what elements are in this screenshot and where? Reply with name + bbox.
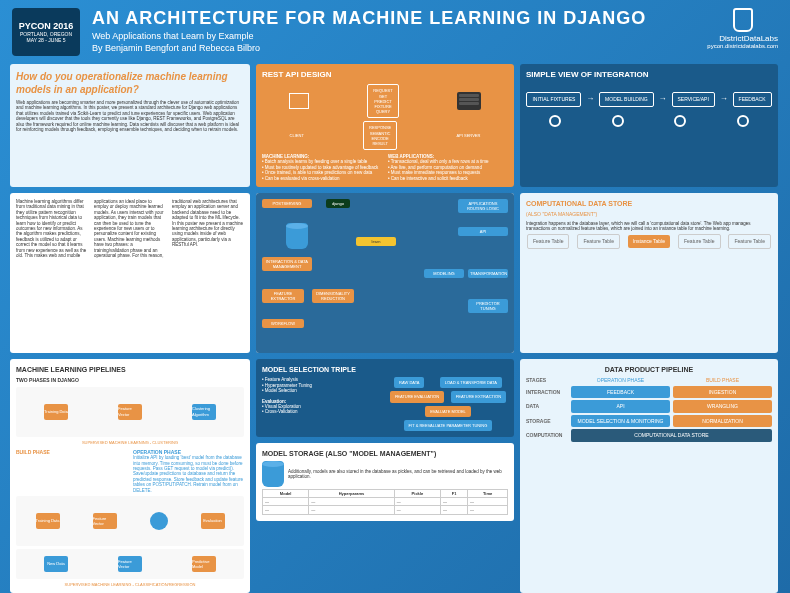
data-pipeline-panel: DATA PRODUCT PIPELINE STAGES OPERATION P… (520, 359, 778, 593)
ms-raw: RAW DATA (394, 377, 424, 388)
stage-data: DATA (526, 403, 568, 410)
model-selection-panel: MODEL SELECTION TRIPLE • Feature Analysi… (256, 359, 514, 437)
feature-table: Feature Table (577, 234, 619, 249)
build-col-header: BUILD PHASE (673, 377, 772, 384)
intro-question: How do you operationalize machine learni… (16, 70, 244, 96)
response-box: RESPONSE SEMANTIC ENCODE RESULT (363, 121, 397, 150)
pipelines-sub: TWO PHASES IN DJANGO (16, 377, 244, 384)
arch-feat: FEATURE EXTRACTOR (262, 289, 304, 303)
intro-body: Web applications are becoming smarter an… (16, 100, 244, 132)
datastore-panel: COMPUTATIONAL DATA STORE (ALSO "DATA MAN… (520, 193, 778, 353)
datastore-sub: (ALSO "DATA MANAGEMENT") (526, 211, 772, 218)
pipelines-title: MACHINE LEARNING PIPELINES (16, 365, 244, 374)
client-icon (289, 93, 309, 109)
arrow-icon: → (720, 94, 728, 104)
node-class (150, 512, 168, 530)
badge-title: PYCON 2016 (19, 21, 74, 31)
pipelines-panel: MACHINE LEARNING PIPELINES TWO PHASES IN… (10, 359, 250, 593)
ms-feval: FEATURE EVALUATION (390, 391, 444, 402)
datastore-body: Integration happens at the database laye… (526, 221, 772, 232)
model-storage-panel: MODEL STORAGE (ALSO "MODEL MANAGEMENT") … (256, 443, 514, 521)
badge-dates: MAY 28 - JUNE 5 (27, 37, 66, 43)
node-eval: Evaluation (201, 513, 225, 529)
ddl-logo: DistrictDataLabs pycon.districtdatalabs.… (707, 8, 778, 49)
integration-panel: SIMPLE VIEW OF INTEGRATION INITIAL FIXTU… (520, 64, 778, 187)
arch-wf: WORKFLOW (262, 319, 304, 328)
box-cds: COMPUTATIONAL DATA STORE (571, 429, 772, 442)
node-newdata: New Data (44, 556, 68, 572)
rest-api-panel: REST API DESIGN REQUEST GET PREDICT FIXT… (256, 64, 514, 187)
arrow-icon: → (659, 94, 667, 104)
eval-items: • Visual Exploration • Cross-Validation (262, 404, 301, 414)
box-norm: NORMALIZATION (673, 415, 772, 428)
classification-label: SUPERVISED MACHINE LEARNING - CLASSIFICA… (16, 582, 244, 587)
model-storage-body: Additionally, models are also stored in … (288, 469, 508, 480)
build-phase-title: BUILD PHASE (16, 449, 127, 456)
ml-differs-panel: Machine learning algorithms differ from … (10, 193, 250, 353)
model-sel-title: MODEL SELECTION TRIPLE (262, 365, 508, 374)
node-clust: Clustering Algorithm (192, 404, 216, 420)
node-pred: Predictive Model (192, 556, 216, 572)
ml-differs-body: Machine learning algorithms differ from … (16, 199, 244, 258)
box-api: API (571, 400, 670, 413)
node-feat: Feature Vector (118, 556, 142, 572)
box-modelsel: MODEL SELECTION & MONITORING (571, 415, 670, 428)
node-feat: Feature Vector (93, 513, 117, 529)
ms-eval: EVALUATE MODEL (425, 406, 471, 417)
arch-postserving: POSTSERVING (262, 199, 312, 208)
architecture-diagram: POSTSERVING django APPLICATIONS ROUTING … (256, 193, 514, 353)
op-phase-body: Initialize API by loading 'best' model f… (133, 455, 244, 493)
gear-icon (612, 115, 624, 127)
stage-computation: COMPUTATION (526, 432, 568, 439)
feature-table: Feature Table (728, 234, 770, 249)
rest-api-title: REST API DESIGN (262, 70, 508, 80)
ml-list: • Batch analysis learns by feeding over … (262, 159, 382, 181)
model-sel-items: • Feature Analysis • Hyperparameter Tuni… (262, 377, 312, 393)
datastore-title: COMPUTATIONAL DATA STORE (526, 199, 772, 208)
arch-mgmt: INTERACTION & DATA MANAGEMENT (262, 257, 312, 271)
subtitle: Web Applications that Learn by Example (92, 31, 695, 41)
stage-interaction: INTERACTION (526, 389, 568, 396)
ms-fext: FEATURE EXTRACTION (451, 391, 506, 402)
arch-model: MODELING (424, 269, 464, 278)
flask-icon (733, 8, 753, 32)
arch-api: API (458, 227, 508, 236)
logo-text: DistrictDataLabs (707, 34, 778, 43)
logo-url: pycon.districtdatalabs.com (707, 43, 778, 49)
model-storage-title: MODEL STORAGE (ALSO "MODEL MANAGEMENT") (262, 449, 508, 458)
django-logo: django (326, 199, 350, 208)
arch-trans: TRANSFORMATION (468, 269, 508, 278)
stage-storage: STORAGE (526, 418, 568, 425)
node-train: Training Data (36, 513, 60, 529)
box-wrangling: WRANGLING (673, 400, 772, 413)
node-feat: Feature Vector (118, 404, 142, 420)
box-ingestion: INGESTION (673, 386, 772, 399)
step-building: MODEL BUILDING (599, 92, 654, 107)
ms-load: LOAD & TRANSFORM DATA (440, 377, 502, 388)
arrow-icon: → (586, 94, 594, 104)
instance-table: Instance Table (628, 235, 670, 248)
gear-icon (674, 115, 686, 127)
node-train: Training Data (44, 404, 68, 420)
server-icon (457, 92, 481, 110)
arch-pred: PREDICTOR TUNING (468, 299, 508, 313)
gear-icon (737, 115, 749, 127)
pipeline-title: DATA PRODUCT PIPELINE (526, 365, 772, 374)
feature-table: Feature Table (678, 234, 720, 249)
ms-fit: FIT & REEVALUATE PARAMETER TUNING (404, 420, 493, 431)
web-list: • Transactional, deal with only a few ro… (388, 159, 508, 181)
learn-logo: learn (356, 237, 396, 246)
feature-table: Feature Table (527, 234, 569, 249)
authors: By Benjamin Bengfort and Rebecca Bilbro (92, 43, 695, 53)
main-title: AN ARCHITECTURE FOR MACHINE LEARNING IN … (92, 8, 695, 29)
request-box: REQUEST GET PREDICT FIXTURE QUERY (367, 84, 398, 118)
arch-routing: APPLICATIONS ROUTING LOGIC (458, 199, 508, 213)
stage-header: STAGES (526, 377, 568, 384)
web-list-title: WEB APPLICATIONS: (388, 154, 434, 159)
arch-dim: DIMENSIONALITY REDUCTION (312, 289, 354, 303)
integration-title: SIMPLE VIEW OF INTEGRATION (526, 70, 772, 80)
gear-icon (549, 115, 561, 127)
intro-panel: How do you operationalize machine learni… (10, 64, 250, 187)
model-table: ModelHyperparamsPickleF1Time ————— ————— (262, 489, 508, 515)
step-fixtures: INITIAL FIXTURES (526, 92, 581, 107)
